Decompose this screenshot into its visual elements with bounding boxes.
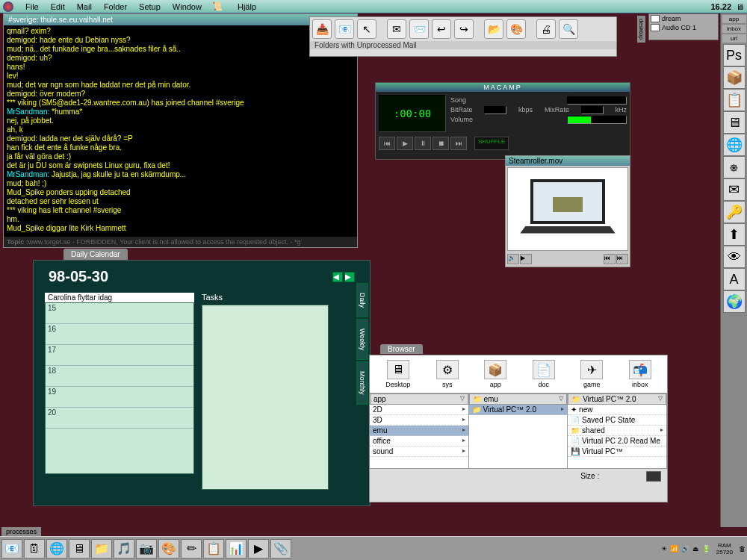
script-icon[interactable]: 📜	[212, 1, 223, 11]
mail-btn-10[interactable]: 🖨	[536, 19, 556, 39]
mail-btn-5[interactable]: 📨	[409, 19, 429, 39]
menu-file[interactable]: File	[19, 2, 45, 11]
dock-app-icon[interactable]: A	[723, 268, 746, 290]
mail-btn-3[interactable]: ↖	[357, 19, 376, 39]
video-play-button[interactable]: ▶	[520, 254, 532, 264]
menu-mail[interactable]: Mail	[71, 2, 98, 11]
browser-location[interactable]: 📬inbox	[629, 360, 651, 388]
finder-icon[interactable]: 🖥	[736, 2, 744, 11]
macamp-pause-button[interactable]: ⏸	[415, 137, 431, 150]
dock-app-icon[interactable]: 🌍	[723, 290, 746, 313]
browser-location[interactable]: ✈game	[580, 360, 603, 388]
browser-item[interactable]: 📄 Virtual PC 2.0 Read Me	[568, 436, 666, 447]
dock-app-icon[interactable]: 👁	[723, 246, 746, 268]
taskbar-app-icon[interactable]: 📁	[91, 539, 112, 559]
apple-menu-icon[interactable]	[3, 1, 13, 12]
taskbar-app-icon[interactable]: 🖥	[69, 539, 90, 559]
taskbar-app-icon[interactable]: 🎵	[114, 539, 134, 559]
browser-col2-head[interactable]: 📁 emu▽	[469, 393, 568, 405]
browser-col3-head[interactable]: 📁 Virtual PC™ 2.0▽	[568, 393, 666, 405]
video-step-back-button[interactable]: ⏮	[604, 254, 616, 264]
mail-btn-2[interactable]: 📧	[335, 19, 354, 39]
dock-app-icon[interactable]: ⬆	[723, 223, 746, 246]
browser-location[interactable]: 📄doc	[533, 360, 555, 388]
taskbar-app-icon[interactable]: 📧	[1, 539, 22, 559]
dock-app-icon[interactable]: 🌐	[723, 134, 746, 156]
menu-setup[interactable]: Setup	[133, 2, 167, 11]
browser-item[interactable]: office▸	[370, 436, 468, 447]
taskbar-app-icon[interactable]: 📋	[203, 539, 224, 559]
browser-item[interactable]: emu▸	[370, 426, 468, 436]
taskbar-tab[interactable]: processes	[1, 527, 41, 536]
mail-btn-7[interactable]: ↪	[454, 19, 474, 39]
irc-titlebar[interactable]: #sverige: thule.se.eu.valhall.net	[4, 14, 357, 25]
calendar-hour-row[interactable]: 18	[46, 366, 193, 387]
calendar-view-tab[interactable]: Monthly	[356, 361, 368, 405]
tray-icon[interactable]: ☀	[661, 545, 667, 553]
calendar-hour-row[interactable]: 16	[46, 324, 193, 345]
video-step-fwd-button[interactable]: ⏭	[616, 254, 628, 264]
browser-item[interactable]: 💾 Virtual PC™	[568, 447, 666, 457]
mail-btn-6[interactable]: ↩	[432, 19, 451, 39]
menu-help[interactable]: Hjälp	[232, 2, 262, 11]
video-vol-button[interactable]: 🔊	[507, 254, 519, 264]
taskbar-app-icon[interactable]: 🎨	[158, 539, 179, 559]
tray-icon[interactable]: 🔊	[681, 545, 689, 553]
drive-item[interactable]: dream	[649, 14, 718, 23]
macamp-play-button[interactable]: ▶	[397, 137, 413, 150]
taskbar-app-icon[interactable]: 📊	[226, 539, 247, 559]
calendar-hour-row[interactable]: 17	[46, 345, 193, 366]
tray-icon[interactable]: 📶	[670, 545, 678, 553]
dock-tab-inbox[interactable]: inbox	[722, 25, 746, 33]
mail-btn-1[interactable]: 📥	[312, 19, 332, 39]
browser-item[interactable]: 2D▸	[370, 405, 468, 415]
macamp-volume-slider[interactable]	[567, 116, 627, 124]
calendar-hour-grid[interactable]: 151617181920	[45, 302, 194, 474]
calendar-view-tab[interactable]: Weekly	[356, 319, 368, 360]
browser-item[interactable]: 3D▸	[370, 415, 468, 426]
trash-icon[interactable]: 🗑	[739, 545, 746, 553]
dock-app-icon[interactable]: 📦	[723, 66, 746, 89]
drive-item[interactable]: Audio CD 1	[649, 23, 718, 32]
calendar-view-tab[interactable]: Daily	[356, 283, 368, 317]
browser-location[interactable]: 📦app	[484, 360, 506, 388]
dock-app-icon[interactable]: 📋	[723, 89, 746, 111]
dock-app-icon[interactable]: 🖥	[723, 111, 746, 134]
browser-item[interactable]: 📁 shared▸	[568, 426, 666, 436]
browser-item[interactable]: 📄 Saved PC State	[568, 415, 666, 426]
calendar-prev-button[interactable]: ◀	[332, 272, 343, 282]
taskbar-app-icon[interactable]: ✏	[181, 539, 202, 559]
mail-btn-8[interactable]: 📂	[484, 19, 503, 39]
macamp-stop-button[interactable]: ⏹	[433, 137, 449, 150]
dock-tab-url[interactable]: url	[722, 34, 746, 43]
browser-col1-head[interactable]: app▽	[370, 393, 468, 405]
calendar-event[interactable]: Carolina flyttar idag	[45, 293, 194, 302]
menu-edit[interactable]: Edit	[45, 2, 71, 11]
menu-window[interactable]: Window	[167, 2, 208, 11]
taskbar-app-icon[interactable]: 🗓	[24, 539, 45, 559]
dock-tab-app[interactable]: app	[722, 15, 746, 23]
calendar-tab[interactable]: Daily Calendar	[63, 249, 128, 260]
macamp-shuffle-toggle[interactable]: SHUFFLE	[474, 137, 509, 150]
taskbar-app-icon[interactable]: ▶	[248, 539, 269, 559]
dock-app-icon[interactable]: ✉	[723, 178, 746, 201]
browser-location[interactable]: ⚙sys	[436, 360, 459, 388]
dock-app-icon[interactable]: Ps	[723, 44, 746, 66]
browser-item[interactable]: 📁 Virtual PC™ 2.0▸	[469, 405, 568, 415]
taskbar-app-icon[interactable]: 📎	[270, 539, 291, 559]
calendar-next-button[interactable]: ▶	[344, 272, 355, 282]
browser-item[interactable]: ✦ new	[568, 405, 666, 415]
mail-btn-4[interactable]: ✉	[387, 19, 406, 39]
calendar-hour-row[interactable]: 15	[46, 303, 193, 324]
menu-folder[interactable]: Folder	[98, 2, 133, 11]
video-titlebar[interactable]: Steamroller.mov	[506, 156, 630, 166]
dock-app-icon[interactable]: 🔑	[723, 201, 746, 223]
macamp-next-button[interactable]: ⏭	[450, 137, 467, 150]
tray-icon[interactable]: 🔋	[702, 545, 710, 553]
desktop-drives-tab[interactable]: desktop	[637, 16, 645, 43]
calendar-tasks-pane[interactable]	[202, 305, 329, 490]
macamp-prev-button[interactable]: ⏮	[379, 137, 395, 150]
browser-location[interactable]: 🖥Desktop	[385, 360, 410, 388]
calendar-hour-row[interactable]: 20	[46, 408, 193, 429]
browser-tab[interactable]: Browser	[380, 344, 423, 354]
